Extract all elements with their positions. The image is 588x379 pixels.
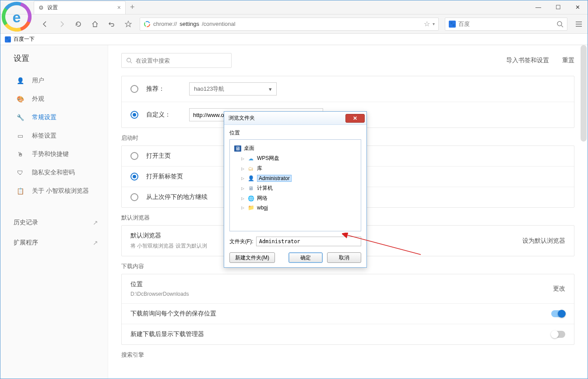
show-mgr-label: 新建下载后显示下载管理器 [130,330,204,338]
tree-root[interactable]: 🖥 桌面 [233,143,357,153]
url-dropdown-icon[interactable]: ▾ [433,21,435,26]
radio-open-newtab[interactable] [130,173,138,181]
radio-custom[interactable] [130,111,138,119]
favorite-icon[interactable]: ☆ [424,20,430,28]
sidebar-item[interactable]: ▭标签设置 [0,127,108,145]
forward-button[interactable] [56,19,67,29]
sidebar-item-label: 标签设置 [32,132,56,140]
new-folder-button[interactable]: 新建文件夹(M) [229,252,275,263]
sidebar-item-icon: 🎨 [16,96,24,103]
sidebar-item[interactable]: 🔧常规设置 [0,108,108,127]
expand-arrow-icon[interactable]: ▷ [241,186,245,191]
cancel-button[interactable]: 取消 [327,252,361,263]
sidebar-item-icon: 🖱 [16,151,24,158]
reset-link[interactable]: 重置 [562,57,574,64]
maximize-button[interactable]: ☐ [548,1,568,14]
sidebar-item[interactable]: 🖱手势和快捷键 [0,145,108,163]
tree-root-label: 桌面 [244,145,254,152]
sidebar-item-icon: ▭ [16,132,24,139]
sidebar-item[interactable]: 📋关于 小智双核浏览器 [0,182,108,200]
folder-name-input[interactable] [256,237,361,246]
titlebar: ⚙ 设置 × + — ☐ ✕ [0,0,588,14]
folder-field-label: 文件夹(F): [229,238,254,245]
menu-button[interactable] [574,19,584,29]
open-home-label: 打开主页 [146,152,171,160]
svg-point-9 [557,21,562,26]
show-mgr-toggle[interactable] [551,331,565,338]
bookmark-star-button[interactable] [123,19,134,29]
sidebar-link-label: 扩展程序 [14,239,38,247]
download-location-value: D:\DcBrowserDownloads [130,291,189,297]
app-logo: e [1,1,32,32]
expand-arrow-icon[interactable]: ▷ [241,176,245,181]
radio-continue[interactable] [130,193,138,201]
tree-item[interactable]: ▷👤Administrator [233,174,357,183]
address-bar[interactable]: chrome://settings/conventional ☆ ▾ [140,18,439,31]
radio-open-home[interactable] [130,152,138,160]
ask-each-toggle[interactable] [551,310,565,317]
recommended-select[interactable]: hao123导航 ▾ [189,82,277,96]
desktop-icon: 🖥 [234,145,241,152]
import-link[interactable]: 导入书签和设置 [506,57,549,64]
dialog-titlebar[interactable]: 浏览文件夹 ✕ [224,112,366,125]
svg-point-14 [127,58,131,62]
expand-arrow-icon[interactable]: ▷ [241,166,245,171]
sidebar-item[interactable]: 🛡隐私安全和密码 [0,163,108,182]
tree-item-label: WPS网盘 [257,155,279,162]
tree-item[interactable]: ▷🌐网络 [233,193,357,203]
svg-line-15 [130,62,132,64]
url-scheme: chrome:// [153,21,177,27]
toolbar: chrome://settings/conventional ☆ ▾ 🐾 [0,14,588,34]
change-location-button[interactable]: 更改 [553,285,565,293]
expand-arrow-icon[interactable]: ▷ [241,205,245,210]
sidebar-item[interactable]: 🎨外观 [0,90,108,108]
user-icon: 👤 [247,175,254,181]
lib-icon: 🗂 [247,166,254,172]
browser-tab[interactable]: ⚙ 设置 × [34,1,126,14]
settings-sidebar: 设置 👤用户🎨外观🔧常规设置▭标签设置🖱手势和快捷键🛡隐私安全和密码📋关于 小智… [0,45,108,379]
sidebar-item-icon: 🔧 [16,114,24,121]
sidebar-link[interactable]: 扩展程序↗ [0,233,108,253]
tree-item-label: 计算机 [257,184,273,192]
tab-close-icon[interactable]: × [117,4,121,11]
settings-search-input[interactable] [136,57,227,64]
sidebar-item-icon: 📋 [16,188,24,195]
radio-recommended[interactable] [130,85,138,93]
ask-each-label: 下载前询问每个文件的保存位置 [130,310,216,318]
comp-icon: 🖥 [247,185,254,191]
set-default-button[interactable]: 设为默认浏览器 [522,237,565,245]
tree-item[interactable]: ▷🖥计算机 [233,183,357,193]
tree-item[interactable]: ▷📁wbgj [233,203,357,212]
tree-item-label: 网络 [257,195,268,202]
tree-item-label: Administrator [257,175,292,182]
dialog-close-button[interactable]: ✕ [345,114,365,123]
reload-button[interactable] [73,19,84,29]
baidu-icon: 🐾 [5,36,11,43]
ok-button[interactable]: 确定 [289,252,323,263]
bookmark-item[interactable]: 百度一下 [14,35,35,43]
continue-label: 从上次停下的地方继续 [146,193,208,201]
home-button[interactable] [90,19,100,29]
scrollbar-thumb[interactable] [581,45,587,142]
tree-item[interactable]: ▷☁WPS网盘 [233,153,357,163]
search-box[interactable]: 🐾 [445,18,567,31]
expand-arrow-icon[interactable]: ▷ [241,156,245,161]
search-icon[interactable] [556,21,563,28]
sidebar-item[interactable]: 👤用户 [0,71,108,90]
folder-tree[interactable]: 🖥 桌面 ▷☁WPS网盘▷🗂库▷👤Administrator▷🖥计算机▷🌐网络▷… [229,139,361,231]
settings-search[interactable] [121,53,232,68]
back-button[interactable] [40,19,50,29]
undo-button[interactable] [106,19,117,29]
download-location-label: 位置 [130,280,189,288]
sidebar-item-label: 关于 小智双核浏览器 [32,187,89,195]
expand-arrow-icon[interactable]: ▷ [241,196,245,201]
sidebar-link[interactable]: 历史记录↗ [0,213,108,233]
search-input[interactable] [458,21,554,27]
location-label: 位置 [229,129,361,137]
tree-item[interactable]: ▷🗂库 [233,163,357,174]
url-path: /conventional [202,21,236,27]
new-tab-button[interactable]: + [130,3,135,12]
sidebar-item-icon: 🛡 [16,169,24,176]
minimize-button[interactable]: — [528,1,548,14]
close-button[interactable]: ✕ [568,1,588,14]
